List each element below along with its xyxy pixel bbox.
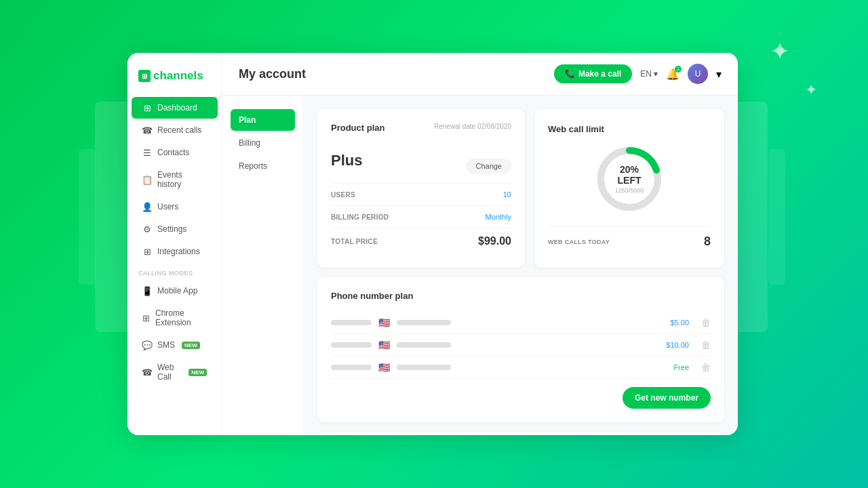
- notification-badge: 1: [675, 66, 682, 73]
- main-container: ⊞ channels ⊞ Dashboard ☎ Recent calls ☰ …: [127, 53, 738, 435]
- donut-container: 20% LEFT 1250/5000 WEB CALLS TODAY 8: [548, 135, 711, 249]
- left-decorative-panel2: [79, 149, 96, 285]
- donut-usage: 1250/5000: [611, 187, 648, 194]
- total-price-value: $99.00: [478, 235, 511, 247]
- mobile-icon: 📱: [142, 286, 152, 296]
- plan-name: Plus: [331, 152, 362, 169]
- product-plan-card: Product plan Renewal date 02/08/2020 Plu…: [317, 109, 525, 268]
- total-price-row: TOTAL PRICE $99.00: [331, 228, 511, 254]
- phone-bar-1: [331, 320, 372, 325]
- flag-3: 🇺🇸: [378, 362, 390, 373]
- renewal-date: Renewal date 02/08/2020: [434, 123, 511, 130]
- chrome-icon: ⊞: [142, 313, 150, 323]
- billing-period-value: Monthly: [485, 213, 511, 221]
- donut-center: 20% LEFT 1250/5000: [611, 164, 648, 194]
- top-cards-grid: Product plan Renewal date 02/08/2020 Plu…: [317, 109, 724, 268]
- web-calls-label: WEB CALLS TODAY: [548, 239, 610, 245]
- language-selector[interactable]: EN ▾: [640, 69, 658, 79]
- donut-percent: 20% LEFT: [611, 164, 648, 186]
- sidebar-item-recent-calls[interactable]: ☎ Recent calls: [132, 119, 218, 141]
- sub-nav-billing[interactable]: Billing: [231, 132, 295, 154]
- product-plan-title: Product plan: [331, 123, 384, 133]
- header: My account 📞 Make a call EN ▾ 🔔 1 U ▾: [222, 53, 738, 96]
- sub-nav-plan[interactable]: Plan: [231, 109, 295, 131]
- sms-icon: 💬: [142, 340, 152, 350]
- sidebar-item-web-call[interactable]: ☎ Web Call NEW: [132, 357, 218, 388]
- phone-price-3: Free: [673, 363, 689, 371]
- star-icon-1: ✦: [770, 37, 790, 66]
- get-new-number-button[interactable]: Get new number: [623, 387, 711, 409]
- phone-plan-title: Phone number plan: [331, 291, 711, 301]
- flag-2: 🇺🇸: [378, 340, 390, 350]
- avatar-chevron-icon: ▾: [716, 68, 722, 81]
- logo: ⊞ channels: [127, 64, 222, 96]
- delete-phone-3[interactable]: 🗑: [701, 362, 711, 373]
- phone-price-1: $5.00: [670, 319, 689, 327]
- balance-card: Balance: [317, 432, 724, 435]
- sidebar-item-users[interactable]: 👤 Users: [132, 196, 218, 218]
- body-area: Plan Billing Reports Product plan Renewa…: [222, 96, 738, 435]
- calling-modes-label: Calling modes: [127, 263, 222, 279]
- left-decorative-panel: [95, 102, 132, 332]
- sidebar-item-sms[interactable]: 💬 SMS NEW: [132, 334, 218, 356]
- logo-icon: ⊞: [138, 70, 151, 82]
- delete-phone-1[interactable]: 🗑: [701, 317, 711, 328]
- webcall-new-badge: NEW: [189, 369, 207, 376]
- web-calls-today-row: WEB CALLS TODAY 8: [548, 226, 711, 249]
- content-area: My account 📞 Make a call EN ▾ 🔔 1 U ▾: [222, 53, 738, 435]
- phone-row-1: 🇺🇸 $5.00 🗑: [331, 312, 711, 334]
- integrations-icon: ⊞: [142, 247, 152, 256]
- users-icon: 👤: [142, 202, 152, 211]
- web-calls-value: 8: [704, 235, 711, 249]
- web-call-limit-title: Web call limit: [548, 124, 604, 134]
- right-decorative-panel2: [768, 149, 785, 285]
- sidebar-item-events-history[interactable]: 📋 Events history: [132, 164, 218, 195]
- phone-price-2: $10.00: [666, 341, 689, 349]
- phone-number-plan-card: Phone number plan 🇺🇸 $5.00 🗑 🇺🇸 $10.00: [317, 277, 724, 422]
- sms-new-badge: NEW: [182, 342, 200, 349]
- phone-number-bar-2: [397, 342, 451, 348]
- sidebar: ⊞ channels ⊞ Dashboard ☎ Recent calls ☰ …: [127, 53, 222, 435]
- phone-bar-3: [331, 365, 372, 370]
- phone-icon: ☎: [142, 125, 152, 135]
- sidebar-item-chrome-extension[interactable]: ⊞ Chrome Extension: [132, 302, 218, 333]
- contacts-icon: ☰: [142, 148, 152, 157]
- scroll-area[interactable]: Product plan Renewal date 02/08/2020 Plu…: [304, 96, 738, 435]
- make-call-button[interactable]: 📞 Make a call: [554, 64, 632, 83]
- sidebar-item-contacts[interactable]: ☰ Contacts: [132, 142, 218, 163]
- phone-row-2: 🇺🇸 $10.00 🗑: [331, 334, 711, 357]
- sub-nav: Plan Billing Reports: [222, 96, 304, 435]
- page-title: My account: [239, 67, 306, 81]
- product-plan-header: Product plan Renewal date 02/08/2020: [331, 123, 511, 144]
- delete-phone-2[interactable]: 🗑: [701, 340, 711, 350]
- sidebar-item-settings[interactable]: ⚙ Settings: [132, 218, 218, 240]
- phone-call-icon: 📞: [565, 69, 575, 79]
- phone-bar-2: [331, 342, 372, 348]
- chevron-down-icon: ▾: [654, 69, 658, 79]
- sidebar-item-integrations[interactable]: ⊞ Integrations: [132, 241, 218, 262]
- sidebar-item-dashboard[interactable]: ⊞ Dashboard: [132, 97, 218, 119]
- phone-row-3: 🇺🇸 Free 🗑: [331, 357, 711, 379]
- change-plan-button[interactable]: Change: [466, 159, 511, 174]
- settings-icon: ⚙: [142, 224, 152, 234]
- phone-number-bar-3: [397, 365, 451, 370]
- users-value: 10: [503, 190, 511, 199]
- notification-bell[interactable]: 🔔 1: [666, 68, 679, 81]
- events-icon: 📋: [142, 175, 152, 184]
- phone-number-bar-1: [397, 320, 451, 325]
- sub-nav-reports[interactable]: Reports: [231, 155, 295, 177]
- donut-wrapper: 20% LEFT 1250/5000: [592, 142, 667, 216]
- webcall-icon: ☎: [142, 367, 152, 377]
- header-right: 📞 Make a call EN ▾ 🔔 1 U ▾: [554, 64, 722, 84]
- plan-name-row: Plus Change: [331, 152, 511, 180]
- avatar[interactable]: U: [688, 64, 708, 84]
- star-icon-2: ✦: [805, 81, 817, 99]
- users-row: USERS 10: [331, 183, 511, 205]
- dashboard-icon: ⊞: [142, 103, 152, 113]
- billing-period-row: BILLING PERIOD Monthly: [331, 205, 511, 228]
- flag-1: 🇺🇸: [378, 317, 390, 328]
- sidebar-item-mobile-app[interactable]: 📱 Mobile App: [132, 280, 218, 302]
- web-call-limit-card: Web call limit: [534, 109, 724, 268]
